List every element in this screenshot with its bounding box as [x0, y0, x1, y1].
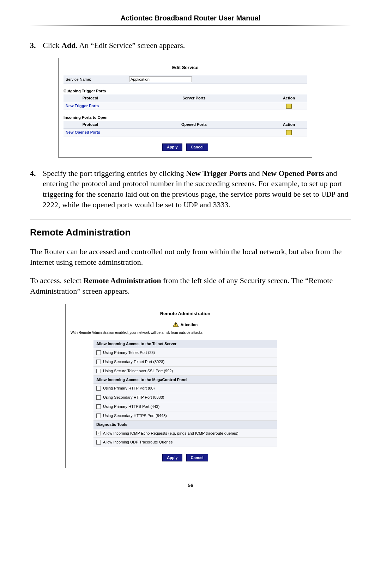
checkbox-icmp-echo[interactable]: ✓ — [96, 431, 101, 435]
opt-icmp-echo-label: Allow Incoming ICMP Echo Requests (e.g. … — [103, 431, 238, 436]
opt-icmp-echo: ✓Allow Incoming ICMP Echo Requests (e.g.… — [93, 429, 277, 438]
col-server-ports: Server Ports — [117, 94, 271, 102]
checkbox-http-80[interactable] — [96, 386, 101, 391]
checkbox-telnet-ssl-992[interactable] — [96, 369, 101, 373]
section-divider — [30, 220, 351, 220]
opt-udp-traceroute: Allow Incoming UDP Traceroute Queries — [93, 438, 277, 447]
new-opened-ports-link[interactable]: New Opened Ports — [66, 130, 100, 134]
step-3-number: 3. — [30, 40, 43, 51]
step-3-text: Click Add. An “Edit Service” screen appe… — [43, 40, 185, 51]
attention-row: ! Attention — [71, 322, 300, 328]
cancel-button-2[interactable]: Cancel — [186, 454, 208, 461]
step-3-post: . An “Edit Service” screen appears. — [76, 41, 185, 50]
manual-header-title: Actiontec Broadband Router User Manual — [30, 14, 351, 22]
mega-header: Allow Incoming Access to the MegaControl… — [93, 376, 277, 384]
opt-telnet-8023-label: Using Secondary Telnet Port (8023) — [103, 359, 164, 365]
opt-udp-traceroute-label: Allow Incoming UDP Traceroute Queries — [103, 440, 173, 445]
opt-telnet-23: Using Primary Telnet Port (23) — [93, 348, 277, 357]
remote-admin-ss-title: Remote Administration — [71, 311, 300, 317]
opt-telnet-23-label: Using Primary Telnet Port (23) — [103, 350, 155, 355]
checkbox-udp-traceroute[interactable] — [96, 440, 101, 445]
opt-telnet-ssl-992: Using Secure Telnet over SSL Port (992) — [93, 367, 277, 376]
apply-button[interactable]: Apply — [162, 143, 182, 151]
opt-https-443: Using Primary HTTPS Port (443) — [93, 402, 277, 411]
opt-https-8443: Using Secondary HTTPS Port (8443) — [93, 411, 277, 421]
checkbox-http-8080[interactable] — [96, 395, 101, 400]
step-4-text: Specify the port triggering entries by c… — [43, 168, 351, 210]
edit-service-title: Edit Service — [64, 65, 307, 71]
diag-header: Diagnostic Tools — [93, 421, 277, 429]
col-action2: Action — [271, 121, 307, 128]
col-action: Action — [271, 94, 307, 102]
service-name-input[interactable] — [129, 76, 192, 82]
checkbox-https-8443[interactable] — [96, 414, 101, 418]
options-table: Allow Incoming Access to the Telnet Serv… — [93, 340, 277, 447]
step4-sc1: UDP — [321, 190, 335, 198]
remote-admin-heading: Remote Administration — [30, 226, 351, 239]
remote-admin-buttons: Apply Cancel — [71, 454, 300, 461]
add-opened-icon[interactable] — [286, 130, 292, 135]
service-name-row: Service Name: — [64, 75, 307, 84]
checkbox-https-443[interactable] — [96, 404, 101, 409]
outgoing-table: Protocol Server Ports Action New Trigger… — [64, 94, 307, 110]
service-name-label: Service Name: — [66, 77, 129, 82]
col-protocol: Protocol — [64, 94, 117, 102]
incoming-table: Protocol Opened Ports Action New Opened … — [64, 121, 307, 136]
opt-telnet-ssl-992-label: Using Secure Telnet over SSL Port (992) — [103, 368, 173, 374]
cancel-button[interactable]: Cancel — [186, 143, 208, 151]
step-4-number: 4. — [30, 168, 43, 210]
attention-label: Attention — [181, 323, 198, 327]
svg-text:!: ! — [175, 323, 176, 327]
step4-t5: and 3333. — [198, 200, 230, 209]
header-divider — [30, 25, 351, 26]
checkbox-telnet-23[interactable] — [96, 350, 101, 355]
checkbox-telnet-8023[interactable] — [96, 360, 101, 364]
outgoing-trigger-heading: Outgoing Trigger Ports — [64, 88, 307, 94]
remote-admin-screenshot: Remote Administration ! Attention With R… — [65, 304, 305, 468]
edit-service-buttons: Apply Cancel — [64, 143, 307, 151]
ra-p2b: Remote Administration — [83, 276, 161, 285]
remote-admin-p2: To access, select Remote Administration … — [30, 275, 351, 296]
step-3: 3. Click Add. An “Edit Service” screen a… — [30, 40, 351, 51]
step4-b2: New Opened Ports — [262, 169, 324, 178]
incoming-ports-heading: Incoming Ports to Open — [64, 115, 307, 120]
warning-icon: ! — [173, 322, 179, 328]
opt-telnet-8023: Using Secondary Telnet Port (8023) — [93, 357, 277, 367]
opt-https-443-label: Using Primary HTTPS Port (443) — [103, 404, 159, 409]
opt-http-8080-label: Using Secondary HTTP Port (8080) — [103, 395, 164, 400]
opt-http-80-label: Using Primary HTTP Port (80) — [103, 386, 155, 391]
ra-p2a: To access, select — [30, 276, 83, 285]
edit-service-screenshot: Edit Service Service Name: Outgoing Trig… — [58, 58, 312, 158]
new-trigger-ports-link[interactable]: New Trigger Ports — [66, 104, 99, 108]
step-3-pre: Click — [43, 41, 61, 50]
step-4: 4. Specify the port triggering entries b… — [30, 168, 351, 210]
step4-t2: and — [247, 169, 262, 178]
step4-b1: New Trigger Ports — [186, 169, 247, 178]
attention-warning-text: With Remote Administration enabled, your… — [71, 330, 300, 335]
opt-https-8443-label: Using Secondary HTTPS Port (8443) — [103, 413, 167, 418]
telnet-header: Allow Incoming Access to the Telnet Serv… — [93, 340, 277, 348]
col-protocol2: Protocol — [64, 121, 117, 128]
opt-http-80: Using Primary HTTP Port (80) — [93, 384, 277, 393]
apply-button-2[interactable]: Apply — [162, 454, 182, 461]
step-3-bold: Add — [61, 41, 75, 50]
opt-http-8080: Using Secondary HTTP Port (8080) — [93, 393, 277, 402]
remote-admin-p1: The Router can be accessed and controlle… — [30, 246, 351, 267]
col-opened-ports: Opened Ports — [117, 121, 271, 128]
add-trigger-icon[interactable] — [286, 104, 292, 109]
step4-t1: Specify the port triggering entries by c… — [43, 169, 186, 178]
page-number: 56 — [30, 482, 351, 488]
step4-sc2: UDP — [184, 201, 198, 209]
